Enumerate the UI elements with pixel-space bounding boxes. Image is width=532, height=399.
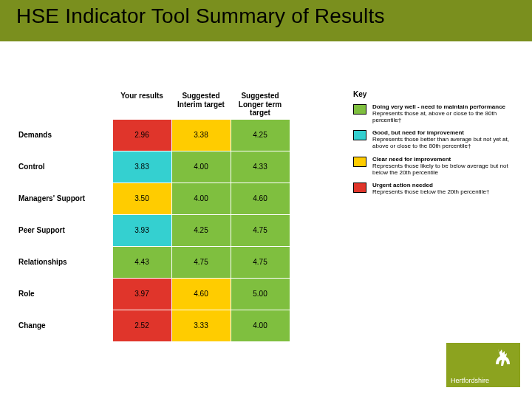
cell-longer: 4.00 [231,310,290,341]
table-row: Change2.523.334.00 [18,310,290,341]
legend-swatch [353,183,366,193]
cell-interim: 4.60 [171,278,231,310]
cell-your: 3.83 [112,151,171,183]
legend-text: Good, but need for improvementRepresents… [372,129,516,150]
row-label: Managers' Support [18,183,112,214]
cell-longer: 5.00 [231,278,290,310]
table-row: Relationships4.434.754.75 [18,246,290,278]
cell-interim: 4.75 [171,246,231,278]
legend-item: Urgent action neededRepresents those bel… [353,182,516,195]
cell-interim: 4.00 [171,183,231,214]
col-header-longer: Suggested Longer term target [231,90,290,119]
cell-interim: 3.38 [171,119,231,151]
hertfordshire-logo: Hertfordshire [446,343,520,387]
legend-swatch [353,157,366,167]
table-row: Managers' Support3.504.004.60 [18,183,290,214]
cell-interim: 4.00 [171,151,231,183]
page-title: HSE Indicator Tool Summary of Results [16,4,385,28]
content-area: Your results Suggested Interim target Su… [0,41,532,399]
legend-text: Clear need for improvementRepresents tho… [372,156,516,177]
row-label: Peer Support [18,214,112,246]
cell-longer: 4.75 [231,246,290,278]
row-label: Relationships [18,246,112,278]
table-row: Demands2.963.384.25 [18,119,290,151]
cell-your: 3.97 [112,278,171,310]
cell-interim: 4.25 [171,214,231,246]
legend: Key Doing very well - need to maintain p… [353,90,516,202]
title-bar: HSE Indicator Tool Summary of Results [0,0,532,41]
row-label: Change [18,310,112,341]
cell-interim: 3.33 [171,310,231,341]
table-header-row: Your results Suggested Interim target Su… [18,90,290,119]
table-body: Demands2.963.384.25Control3.834.004.33Ma… [18,119,290,341]
results-table: Your results Suggested Interim target Su… [18,90,290,342]
table-row: Role3.974.605.00 [18,278,290,310]
cell-your: 3.50 [112,183,171,214]
cell-longer: 4.60 [231,183,290,214]
cell-longer: 4.75 [231,214,290,246]
legend-items: Doing very well - need to maintain perfo… [353,103,516,196]
col-header-your: Your results [112,90,171,119]
legend-item: Good, but need for improvementRepresents… [353,129,516,150]
legend-text: Urgent action neededRepresents those bel… [372,182,489,195]
legend-item: Clear need for improvementRepresents tho… [353,156,516,177]
col-header-blank [18,90,112,119]
deer-icon [491,347,516,372]
logo-text: Hertfordshire [451,377,489,384]
legend-item: Doing very well - need to maintain perfo… [353,103,516,124]
table-row: Control3.834.004.33 [18,151,290,183]
row-label: Demands [18,119,112,151]
col-header-interim: Suggested Interim target [171,90,231,119]
legend-title: Key [353,90,516,99]
cell-your: 2.52 [112,310,171,341]
cell-your: 4.43 [112,246,171,278]
legend-swatch [353,104,366,115]
cell-your: 2.96 [112,119,171,151]
table-row: Peer Support3.934.254.75 [18,214,290,246]
legend-text: Doing very well - need to maintain perfo… [372,103,516,124]
row-label: Role [18,278,112,310]
cell-your: 3.93 [112,214,171,246]
legend-swatch [353,130,366,140]
cell-longer: 4.25 [231,119,290,151]
cell-longer: 4.33 [231,151,290,183]
row-label: Control [18,151,112,183]
